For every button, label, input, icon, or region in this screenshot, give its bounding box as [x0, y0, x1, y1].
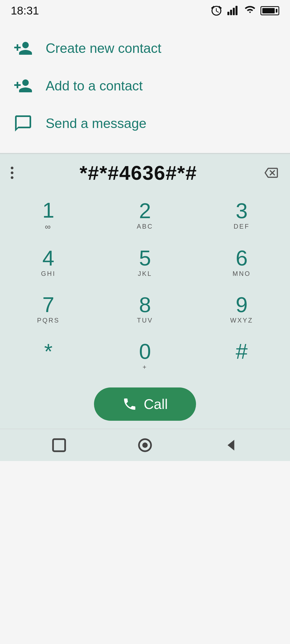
key-5[interactable]: 5 JKL — [97, 239, 193, 286]
create-new-contact-label: Create new contact — [46, 41, 161, 56]
nav-home-button[interactable] — [134, 434, 156, 456]
status-bar: 18:31 — [0, 0, 290, 21]
signal-icon — [226, 5, 240, 17]
key-9[interactable]: 9 WXYZ — [193, 286, 290, 333]
add-to-contact-label: Add to a contact — [46, 78, 143, 94]
back-arrow-icon — [223, 437, 239, 453]
status-time: 18:31 — [11, 4, 39, 17]
svg-rect-4 — [53, 439, 65, 451]
navigation-bar — [0, 429, 290, 461]
square-icon — [51, 437, 67, 453]
svg-rect-2 — [233, 8, 235, 15]
nav-recent-apps-button[interactable] — [48, 434, 70, 456]
add-to-contact-item[interactable]: Add to a contact — [0, 67, 290, 105]
key-6[interactable]: 6 MNO — [193, 239, 290, 286]
svg-rect-0 — [227, 12, 229, 15]
circle-home-icon — [137, 437, 153, 453]
key-0[interactable]: 0 + — [97, 333, 193, 379]
svg-rect-3 — [235, 6, 237, 15]
nav-back-button[interactable] — [220, 434, 242, 456]
call-button[interactable]: Call — [94, 387, 196, 421]
person-add-contact-icon — [13, 76, 33, 96]
key-7[interactable]: 7 PQRS — [0, 286, 97, 333]
send-message-item[interactable]: Send a message — [0, 105, 290, 142]
phone-icon — [122, 397, 137, 412]
key-hash[interactable]: # — [193, 333, 290, 379]
key-2[interactable]: 2 ABC — [97, 192, 193, 239]
alarm-icon — [211, 5, 222, 17]
battery-icon — [260, 6, 279, 15]
key-1[interactable]: 1 ∞ — [0, 192, 97, 239]
call-button-label: Call — [144, 396, 168, 412]
keypad: 1 ∞ 2 ABC 3 DEF 4 GHI 5 JKL 6 MNO 7 PQRS — [0, 186, 290, 382]
key-8[interactable]: 8 TUV — [97, 286, 193, 333]
person-add-create-icon — [13, 39, 33, 58]
send-message-label: Send a message — [46, 116, 146, 131]
wifi-icon — [243, 5, 257, 17]
status-icons — [211, 5, 279, 17]
svg-rect-1 — [230, 10, 232, 15]
backspace-button[interactable] — [260, 162, 282, 184]
dialer-top-bar: *#*#4636#*# — [0, 154, 290, 186]
more-options-button[interactable] — [8, 164, 16, 182]
dialer-display: *#*#4636#*# — [21, 162, 255, 184]
message-send-icon — [13, 114, 33, 133]
upper-panel: Create new contact Add to a contact Send… — [0, 21, 290, 148]
key-4[interactable]: 4 GHI — [0, 239, 97, 286]
call-button-row: Call — [0, 382, 290, 429]
svg-marker-7 — [228, 440, 234, 451]
svg-point-6 — [142, 442, 148, 448]
key-star[interactable]: * — [0, 333, 97, 379]
key-3[interactable]: 3 DEF — [193, 192, 290, 239]
create-new-contact-item[interactable]: Create new contact — [0, 30, 290, 67]
dialer-panel: *#*#4636#*# 1 ∞ 2 ABC 3 DEF 4 GHI 5 JKL — [0, 154, 290, 429]
